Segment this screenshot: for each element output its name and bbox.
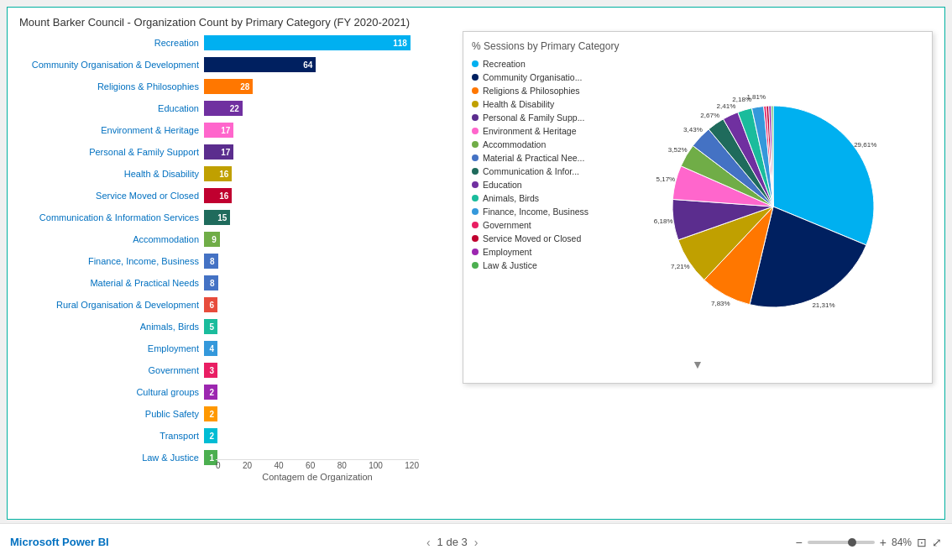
zoom-out-button[interactable]: − [796, 536, 803, 549]
legend-dot [472, 141, 479, 148]
bar-container: 16 [204, 166, 431, 181]
bar-fill: 3 [204, 363, 217, 378]
bar-fill: 15 [204, 210, 230, 225]
legend-dot [472, 168, 479, 175]
bar-row: Rural Organisation & Development6 [19, 295, 431, 315]
page-indicator: 1 de 3 [437, 536, 468, 548]
legend-dot [472, 262, 479, 269]
bar-value: 64 [303, 60, 312, 70]
bar-container: 17 [204, 123, 431, 138]
legend-label: Finance, Income, Business [483, 207, 588, 217]
bar-value: 8 [210, 279, 215, 288]
legend-item: Finance, Income, Business [472, 207, 623, 217]
legend-label: Education [483, 180, 522, 190]
zoom-level: 84% [892, 536, 912, 548]
bar-value: 2 [209, 388, 214, 397]
bar-value: 8 [210, 257, 215, 266]
bar-value: 118 [393, 39, 407, 48]
pie-label: 2,67% [700, 112, 719, 119]
legend-dot [472, 208, 479, 215]
bar-label: Employment [19, 343, 204, 353]
bottom-bar: Microsoft Power BI ‹ 1 de 3 › − + 84% ⊡ … [0, 523, 952, 560]
zoom-in-button[interactable]: + [880, 536, 887, 549]
legend-dot [472, 87, 479, 94]
bar-row: Religions & Philosophies28 [19, 76, 431, 97]
legend-dot [472, 235, 479, 242]
bar-fill: 22 [204, 101, 243, 116]
pie-label: 1,81% [746, 93, 766, 101]
legend-item: Recreation [472, 59, 623, 69]
x-tick: 120 [405, 461, 419, 470]
legend-dot [472, 222, 479, 228]
bar-row: Health & Disability16 [19, 164, 431, 184]
zoom-slider-thumb [848, 538, 856, 547]
bar-container: 2 [204, 406, 431, 421]
bar-row: Transport2 [19, 426, 431, 446]
bar-fill: 118 [204, 35, 411, 50]
fullscreen-icon[interactable]: ⤢ [932, 536, 942, 549]
expand-icon[interactable]: ⊡ [917, 536, 927, 549]
x-tick: 100 [369, 461, 383, 470]
prev-page-button[interactable]: ‹ [426, 536, 431, 549]
bar-label: Personal & Family Support [19, 147, 204, 157]
pie-content: RecreationCommunity Organisatio...Religi… [472, 59, 923, 354]
bar-row: Finance, Income, Business8 [19, 251, 431, 271]
bar-label: Recreation [19, 38, 204, 48]
pie-label: 7,21% [671, 263, 690, 270]
legend-item: Government [472, 220, 623, 230]
bar-container: 16 [204, 188, 431, 203]
legend-item: Communication & Infor... [472, 166, 623, 176]
chart-title: Mount Barker Council - Organization Coun… [19, 16, 933, 29]
bar-fill: 4 [204, 341, 217, 356]
bar-container: 2 [204, 385, 431, 400]
legend-item: Personal & Family Supp... [472, 113, 623, 123]
legend-item: Material & Practical Nee... [472, 153, 623, 163]
bar-value: 6 [209, 301, 214, 310]
bar-container: 9 [204, 232, 431, 247]
legend-label: Employment [483, 247, 531, 257]
pie-label: 7,83% [711, 300, 730, 307]
x-tick: 0 [216, 461, 221, 470]
legend-dot [472, 74, 479, 81]
legend-label: Environment & Heritage [483, 126, 576, 136]
legend-dot [472, 181, 479, 188]
bar-fill: 17 [204, 123, 233, 138]
bar-fill: 9 [204, 232, 220, 247]
bar-value: 9 [212, 235, 217, 244]
bar-fill: 2 [204, 385, 217, 400]
legend-dot [472, 195, 479, 201]
bar-row: Recreation118 [19, 33, 431, 53]
bar-label: Law & Justice [19, 453, 204, 463]
chart-area: Mount Barker Council - Organization Coun… [7, 7, 945, 520]
bar-label: Service Moved or Closed [19, 191, 204, 201]
bar-label: Transport [19, 431, 204, 441]
bar-container: 64 [204, 57, 431, 72]
bar-row: Accommodation9 [19, 229, 431, 249]
bar-label: Religions & Philosophies [19, 81, 204, 92]
bar-container: 8 [204, 275, 431, 290]
legend-dot [472, 128, 479, 134]
legend-item: Environment & Heritage [472, 126, 623, 136]
powerbi-link[interactable]: Microsoft Power BI [10, 536, 109, 548]
legend-item: Law & Justice [472, 260, 623, 270]
bar-chart: Recreation118Community Organisation & De… [19, 33, 431, 485]
bar-fill: 16 [204, 188, 232, 203]
bar-value: 15 [217, 213, 227, 222]
zoom-slider[interactable] [808, 541, 875, 544]
bar-container: 17 [204, 144, 431, 160]
pie-scroll-indicator[interactable]: ▼ [472, 354, 923, 374]
bar-value: 17 [221, 126, 230, 135]
next-page-button[interactable]: › [474, 536, 479, 549]
bar-fill: 17 [204, 144, 233, 160]
pie-legend: RecreationCommunity Organisatio...Religi… [472, 59, 623, 354]
bar-label: Rural Organisation & Development [19, 300, 204, 310]
bar-container: 22 [204, 101, 431, 116]
legend-item: Religions & Philosophies [472, 86, 623, 96]
bar-row: Communication & Information Services15 [19, 207, 431, 228]
main-container: Mount Barker Council - Organization Coun… [0, 0, 952, 560]
bar-row: Cultural groups2 [19, 382, 431, 402]
bar-label: Public Safety [19, 409, 204, 419]
legend-label: Animals, Birds [483, 193, 539, 203]
bar-label: Community Organisation & Development [19, 60, 204, 70]
pie-title: % Sessions by Primary Category [472, 40, 923, 52]
